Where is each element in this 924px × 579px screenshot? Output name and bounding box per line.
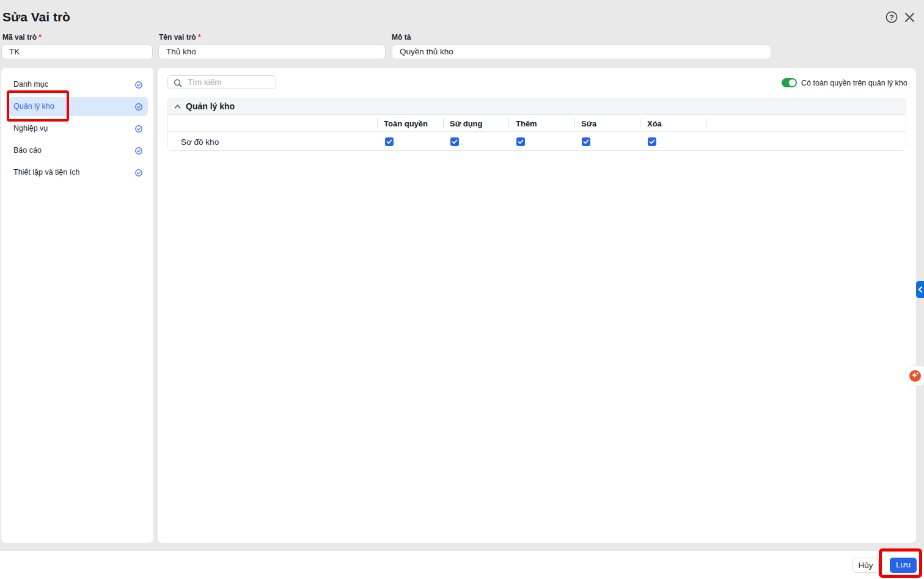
svg-text:?: ?: [889, 13, 894, 22]
